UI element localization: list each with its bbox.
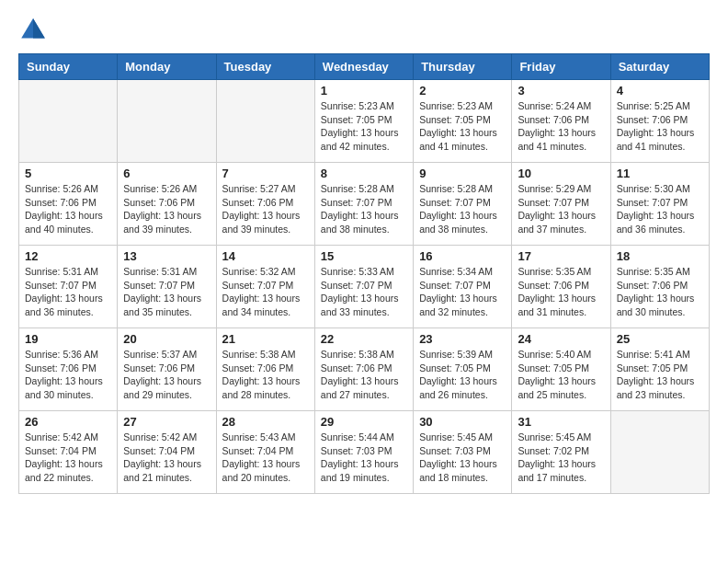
calendar-day-2: 2Sunrise: 5:23 AMSunset: 7:05 PMDaylight…: [414, 80, 512, 163]
calendar-day-12: 12Sunrise: 5:31 AMSunset: 7:07 PMDayligh…: [19, 246, 118, 328]
calendar-day-11: 11Sunrise: 5:30 AMSunset: 7:07 PMDayligh…: [610, 163, 709, 246]
calendar-day-22: 22Sunrise: 5:38 AMSunset: 7:06 PMDayligh…: [314, 328, 413, 411]
day-number: 26: [25, 415, 111, 429]
calendar-day-1: 1Sunrise: 5:23 AMSunset: 7:05 PMDaylight…: [314, 80, 413, 163]
day-number: 20: [123, 332, 210, 346]
day-info: Sunrise: 5:23 AMSunset: 7:05 PMDaylight:…: [321, 99, 407, 154]
day-number: 28: [222, 415, 309, 429]
day-info: Sunrise: 5:38 AMSunset: 7:06 PMDaylight:…: [321, 348, 407, 402]
calendar-table: SundayMondayTuesdayWednesdayThursdayFrid…: [18, 53, 710, 494]
day-number: 5: [25, 167, 111, 180]
day-info: Sunrise: 5:28 AMSunset: 7:07 PMDaylight:…: [419, 182, 506, 236]
day-info: Sunrise: 5:42 AMSunset: 7:04 PMDaylight:…: [123, 431, 210, 485]
day-number: 22: [321, 332, 407, 346]
day-number: 18: [617, 249, 703, 263]
page: SundayMondayTuesdayWednesdayThursdayFrid…: [0, 0, 728, 509]
calendar-empty-cell: [610, 411, 709, 494]
calendar-empty-cell: [19, 80, 118, 163]
day-info: Sunrise: 5:33 AMSunset: 7:07 PMDaylight:…: [321, 265, 407, 319]
calendar-day-30: 30Sunrise: 5:45 AMSunset: 7:03 PMDayligh…: [414, 411, 512, 494]
day-info: Sunrise: 5:42 AMSunset: 7:04 PMDaylight:…: [25, 431, 111, 485]
day-number: 3: [518, 84, 604, 98]
day-info: Sunrise: 5:39 AMSunset: 7:05 PMDaylight:…: [419, 348, 506, 402]
calendar-header-tuesday: Tuesday: [216, 54, 314, 80]
day-number: 14: [222, 249, 309, 263]
day-number: 8: [321, 167, 407, 180]
calendar-week-row-1: 5Sunrise: 5:26 AMSunset: 7:06 PMDaylight…: [19, 163, 710, 246]
calendar-day-5: 5Sunrise: 5:26 AMSunset: 7:06 PMDaylight…: [19, 163, 118, 246]
day-number: 25: [617, 332, 703, 346]
day-number: 9: [419, 167, 506, 180]
day-number: 4: [617, 84, 703, 98]
day-info: Sunrise: 5:45 AMSunset: 7:03 PMDaylight:…: [419, 431, 506, 485]
calendar-day-23: 23Sunrise: 5:39 AMSunset: 7:05 PMDayligh…: [414, 328, 512, 411]
day-number: 15: [321, 249, 407, 263]
day-number: 17: [518, 249, 604, 263]
calendar-header-row: SundayMondayTuesdayWednesdayThursdayFrid…: [19, 54, 710, 80]
day-number: 13: [123, 249, 210, 263]
day-info: Sunrise: 5:26 AMSunset: 7:06 PMDaylight:…: [25, 182, 111, 236]
day-info: Sunrise: 5:38 AMSunset: 7:06 PMDaylight:…: [222, 348, 309, 402]
calendar-day-26: 26Sunrise: 5:42 AMSunset: 7:04 PMDayligh…: [19, 411, 118, 494]
day-info: Sunrise: 5:37 AMSunset: 7:06 PMDaylight:…: [123, 348, 210, 402]
day-number: 29: [321, 415, 407, 429]
calendar-day-31: 31Sunrise: 5:45 AMSunset: 7:02 PMDayligh…: [512, 411, 610, 494]
day-info: Sunrise: 5:44 AMSunset: 7:03 PMDaylight:…: [321, 431, 407, 485]
day-number: 21: [222, 332, 309, 346]
calendar-day-10: 10Sunrise: 5:29 AMSunset: 7:07 PMDayligh…: [512, 163, 610, 246]
calendar-header-monday: Monday: [118, 54, 216, 80]
day-info: Sunrise: 5:23 AMSunset: 7:05 PMDaylight:…: [419, 99, 506, 154]
calendar-day-19: 19Sunrise: 5:36 AMSunset: 7:06 PMDayligh…: [19, 328, 118, 411]
day-info: Sunrise: 5:26 AMSunset: 7:06 PMDaylight:…: [123, 182, 210, 236]
day-info: Sunrise: 5:27 AMSunset: 7:06 PMDaylight:…: [222, 182, 309, 236]
calendar-day-3: 3Sunrise: 5:24 AMSunset: 7:06 PMDaylight…: [512, 80, 610, 163]
day-number: 23: [419, 332, 506, 346]
calendar-day-21: 21Sunrise: 5:38 AMSunset: 7:06 PMDayligh…: [216, 328, 314, 411]
day-number: 11: [617, 167, 703, 180]
calendar-day-7: 7Sunrise: 5:27 AMSunset: 7:06 PMDaylight…: [216, 163, 314, 246]
calendar-header-thursday: Thursday: [414, 54, 512, 80]
day-info: Sunrise: 5:25 AMSunset: 7:06 PMDaylight:…: [617, 99, 703, 154]
day-number: 10: [518, 167, 604, 180]
svg-marker-1: [33, 18, 45, 39]
calendar-day-29: 29Sunrise: 5:44 AMSunset: 7:03 PMDayligh…: [314, 411, 413, 494]
calendar-day-6: 6Sunrise: 5:26 AMSunset: 7:06 PMDaylight…: [118, 163, 216, 246]
day-info: Sunrise: 5:29 AMSunset: 7:07 PMDaylight:…: [518, 182, 604, 236]
day-info: Sunrise: 5:40 AMSunset: 7:05 PMDaylight:…: [518, 348, 604, 402]
calendar-day-4: 4Sunrise: 5:25 AMSunset: 7:06 PMDaylight…: [610, 80, 709, 163]
logo-icon: [18, 15, 48, 44]
logo: [18, 15, 51, 44]
calendar-header-sunday: Sunday: [19, 54, 118, 80]
day-number: 7: [222, 167, 309, 180]
calendar-day-27: 27Sunrise: 5:42 AMSunset: 7:04 PMDayligh…: [118, 411, 216, 494]
calendar-day-16: 16Sunrise: 5:34 AMSunset: 7:07 PMDayligh…: [414, 246, 512, 328]
day-number: 6: [123, 167, 210, 180]
day-number: 12: [25, 249, 111, 263]
day-number: 2: [419, 84, 506, 98]
calendar-header-friday: Friday: [512, 54, 610, 80]
day-info: Sunrise: 5:36 AMSunset: 7:06 PMDaylight:…: [25, 348, 111, 402]
day-info: Sunrise: 5:45 AMSunset: 7:02 PMDaylight:…: [518, 431, 604, 485]
calendar-header-wednesday: Wednesday: [314, 54, 413, 80]
calendar-day-8: 8Sunrise: 5:28 AMSunset: 7:07 PMDaylight…: [314, 163, 413, 246]
calendar-day-25: 25Sunrise: 5:41 AMSunset: 7:05 PMDayligh…: [610, 328, 709, 411]
calendar-week-row-0: 1Sunrise: 5:23 AMSunset: 7:05 PMDaylight…: [19, 80, 710, 163]
calendar-day-15: 15Sunrise: 5:33 AMSunset: 7:07 PMDayligh…: [314, 246, 413, 328]
calendar-day-20: 20Sunrise: 5:37 AMSunset: 7:06 PMDayligh…: [118, 328, 216, 411]
day-info: Sunrise: 5:32 AMSunset: 7:07 PMDaylight:…: [222, 265, 309, 319]
calendar-day-24: 24Sunrise: 5:40 AMSunset: 7:05 PMDayligh…: [512, 328, 610, 411]
day-info: Sunrise: 5:31 AMSunset: 7:07 PMDaylight:…: [25, 265, 111, 319]
day-info: Sunrise: 5:31 AMSunset: 7:07 PMDaylight:…: [123, 265, 210, 319]
calendar-day-13: 13Sunrise: 5:31 AMSunset: 7:07 PMDayligh…: [118, 246, 216, 328]
day-number: 27: [123, 415, 210, 429]
calendar-day-28: 28Sunrise: 5:43 AMSunset: 7:04 PMDayligh…: [216, 411, 314, 494]
calendar-empty-cell: [118, 80, 216, 163]
day-number: 1: [321, 84, 407, 98]
calendar-week-row-4: 26Sunrise: 5:42 AMSunset: 7:04 PMDayligh…: [19, 411, 710, 494]
day-info: Sunrise: 5:43 AMSunset: 7:04 PMDaylight:…: [222, 431, 309, 485]
day-info: Sunrise: 5:41 AMSunset: 7:05 PMDaylight:…: [617, 348, 703, 402]
day-info: Sunrise: 5:34 AMSunset: 7:07 PMDaylight:…: [419, 265, 506, 319]
day-number: 24: [518, 332, 604, 346]
day-info: Sunrise: 5:35 AMSunset: 7:06 PMDaylight:…: [617, 265, 703, 319]
calendar-day-9: 9Sunrise: 5:28 AMSunset: 7:07 PMDaylight…: [414, 163, 512, 246]
